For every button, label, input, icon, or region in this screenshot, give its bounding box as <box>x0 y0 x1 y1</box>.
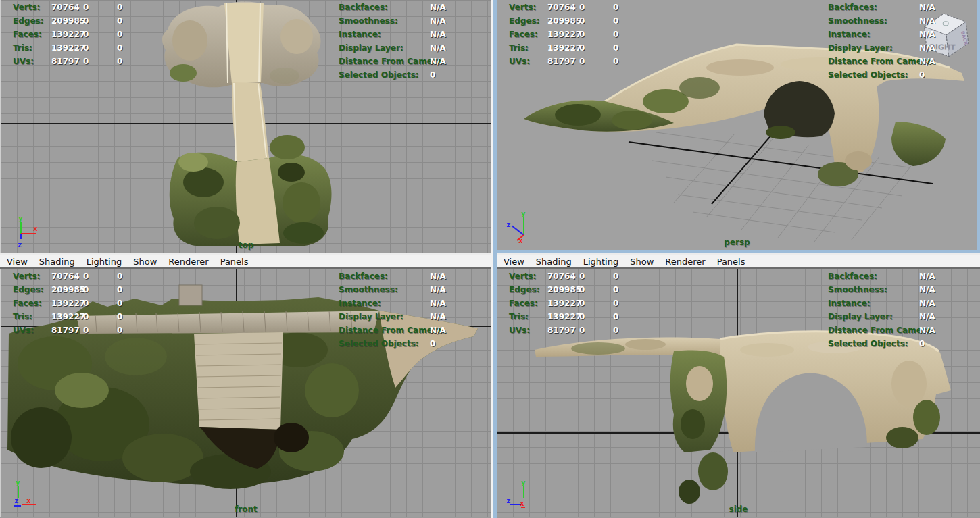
hud-row: Selected Objects:0 <box>828 68 935 82</box>
hud-row: Smoothness:N/A <box>828 14 935 28</box>
hud-row: Display Layer:N/A <box>828 310 935 323</box>
maya-four-view-workspace: Verts:7076400Edges:20998500Faces:1392270… <box>0 0 980 518</box>
hud-row: Distance From Camera:N/A <box>339 323 446 337</box>
hud-row: Edges:20998500 <box>509 14 647 28</box>
menu-item-show[interactable]: Show <box>630 257 654 267</box>
axis-y-label: y <box>18 214 23 223</box>
axis-z-label: z <box>506 220 511 229</box>
hud-row: Tris:13922700 <box>13 41 151 55</box>
view-label-persp: persp <box>497 238 977 247</box>
view-label-top: top <box>1 240 491 250</box>
hud-row: Display Layer:N/A <box>828 41 935 55</box>
view-label-front: front <box>1 504 491 514</box>
hud-row: Display Layer:N/A <box>339 310 446 323</box>
hud-row: Instance:N/A <box>828 296 935 310</box>
hud-row: Smoothness:N/A <box>828 283 935 296</box>
hud-row: Verts:7076400 <box>509 1 647 14</box>
viewport-front[interactable]: Verts:7076400Edges:20998500Faces:1392270… <box>0 269 491 517</box>
hud-row: Edges:20998500 <box>13 283 151 296</box>
hud-poly-counts: Verts:7076400Edges:20998500Faces:1392270… <box>13 269 151 337</box>
menu-item-renderer[interactable]: Renderer <box>168 257 208 267</box>
hud-row: Selected Objects:0 <box>828 337 935 351</box>
menu-item-panels[interactable]: Panels <box>717 257 745 267</box>
hud-row: Faces:13922700 <box>509 296 647 310</box>
axis-y-label: y <box>521 478 526 487</box>
menu-item-lighting[interactable]: Lighting <box>87 257 122 267</box>
hud-row: Tris:13922700 <box>509 41 647 55</box>
hud-poly-counts: Verts:7076400Edges:20998500Faces:1392270… <box>13 1 151 68</box>
menu-item-shading[interactable]: Shading <box>536 257 572 267</box>
hud-row: Distance From Camera:N/A <box>828 55 935 68</box>
hud-object-details: Backfaces:N/ASmoothness:N/AInstance:N/AD… <box>339 1 446 82</box>
hud-poly-counts: Verts:7076400Edges:20998500Faces:1392270… <box>509 269 647 337</box>
menu-item-lighting[interactable]: Lighting <box>583 257 619 267</box>
axis-x-label: x <box>33 224 38 233</box>
hud-row: Instance:N/A <box>339 28 446 41</box>
viewport-side[interactable]: Verts:7076400Edges:20998500Faces:1392270… <box>497 269 980 517</box>
hud-row: Verts:7076400 <box>509 269 647 283</box>
hud-row: Backfaces:N/A <box>339 269 446 283</box>
hud-row: Verts:7076400 <box>13 269 151 283</box>
view-label-side: side <box>497 504 980 514</box>
menu-item-show[interactable]: Show <box>133 257 157 267</box>
hud-row: Display Layer:N/A <box>339 41 446 55</box>
menu-item-view[interactable]: View <box>504 257 524 267</box>
hud-row: Faces:13922700 <box>13 296 151 310</box>
viewport-persp-active-border: RIGHT BACK Verts:7076400Edges:20998500Fa… <box>497 0 980 253</box>
hud-row: Selected Objects:0 <box>339 337 446 351</box>
hud-row: UVs:8179700 <box>13 323 151 337</box>
hud-object-details: Backfaces:N/ASmoothness:N/AInstance:N/AD… <box>828 1 935 82</box>
hud-row: Faces:13922700 <box>13 28 151 41</box>
hud-row: Tris:13922700 <box>13 310 151 323</box>
hud-row: Instance:N/A <box>339 296 446 310</box>
viewport-persp[interactable]: RIGHT BACK Verts:7076400Edges:20998500Fa… <box>497 0 977 250</box>
hud-row: Backfaces:N/A <box>339 1 446 14</box>
menu-item-view[interactable]: View <box>7 257 28 267</box>
hud-row: Faces:13922700 <box>509 28 647 41</box>
hud-row: Distance From Camera:N/A <box>828 323 935 337</box>
menu-item-renderer[interactable]: Renderer <box>665 257 705 267</box>
hud-row: Edges:20998500 <box>509 283 647 296</box>
hud-row: Smoothness:N/A <box>339 283 446 296</box>
axis-y-label: y <box>521 209 526 218</box>
hud-row: Instance:N/A <box>828 28 935 41</box>
axis-y-label: y <box>16 478 20 487</box>
hud-row: Backfaces:N/A <box>828 269 935 283</box>
hud-object-details: Backfaces:N/ASmoothness:N/AInstance:N/AD… <box>339 269 446 351</box>
hud-row: UVs:8179700 <box>509 55 647 68</box>
panel-menubar-side: ViewShadingLightingShowRendererPanels <box>497 255 980 269</box>
hud-object-details: Backfaces:N/ASmoothness:N/AInstance:N/AD… <box>828 269 935 351</box>
menu-item-panels[interactable]: Panels <box>220 257 249 267</box>
hud-row: Distance From Camera:N/A <box>339 55 446 68</box>
menu-item-shading[interactable]: Shading <box>39 257 75 267</box>
hud-row: UVs:8179700 <box>13 55 151 68</box>
hud-row: Edges:20998500 <box>13 14 151 28</box>
hud-row: Verts:7076400 <box>13 1 151 14</box>
panel-menubar-front: ViewShadingLightingShowRendererPanels <box>0 255 491 269</box>
hud-row: Backfaces:N/A <box>828 1 935 14</box>
viewport-top[interactable]: Verts:7076400Edges:20998500Faces:1392270… <box>0 0 491 253</box>
hud-poly-counts: Verts:7076400Edges:20998500Faces:1392270… <box>509 1 647 68</box>
hud-row: Tris:13922700 <box>509 310 647 323</box>
hud-row: UVs:8179700 <box>509 323 647 337</box>
viewport-splitter[interactable] <box>491 0 497 518</box>
hud-row: Smoothness:N/A <box>339 14 446 28</box>
hud-row: Selected Objects:0 <box>339 68 446 82</box>
